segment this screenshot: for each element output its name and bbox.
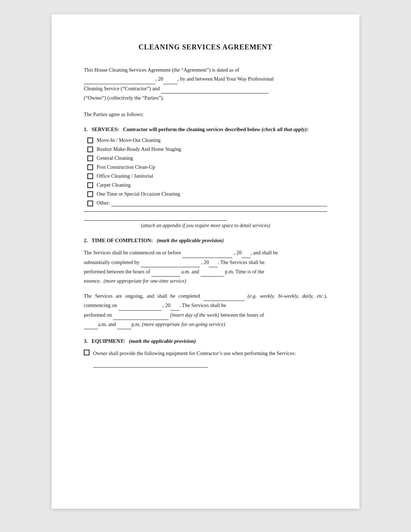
s2-p2h: p.m.: [131, 321, 141, 327]
s2-p1d: substantially completed by: [84, 259, 139, 265]
section-2-note: (mark the applicable provision): [157, 238, 224, 243]
checklist-label-1: Move-In / Move-Out Cleaning: [97, 137, 160, 143]
s2-p1g: performed between the hours of: [84, 269, 150, 274]
checklist-label-6: Carpet Cleaning: [97, 182, 131, 188]
intro-text-1: This House Cleaning Services Agreement (…: [84, 67, 239, 73]
intro-text-5: (“Owner”) (collectively the “Parties”).: [84, 95, 164, 101]
checklist-item-3: General Cleaning: [87, 155, 327, 161]
agree-text: The Parties agree as follows:: [84, 110, 327, 119]
intro-paragraph: This House Cleaning Services Agreement (…: [84, 66, 327, 103]
services-checklist: Move-In / Move-Out Cleaning Realtor Make…: [87, 137, 327, 206]
section-2-para2: The Services are ongoing, and shall be c…: [84, 292, 327, 330]
checkbox-5[interactable]: [87, 173, 93, 179]
checkbox-3[interactable]: [87, 155, 93, 161]
section-2-num: 2.: [84, 238, 88, 243]
s2-p1c: , and shall be: [251, 250, 278, 255]
document-title: Cleaning Services Agreement: [84, 43, 327, 51]
s2-p2e: performed on: [84, 312, 112, 318]
checkbox-other[interactable]: [87, 201, 93, 206]
section-2-heading: 2. TIME OF COMPLETION: (mark the applica…: [84, 236, 327, 245]
checklist-label-3: General Cleaning: [97, 155, 133, 161]
section-3-num: 3.: [84, 338, 88, 344]
section-1-note: (check all that apply):: [262, 126, 309, 132]
s2-p1a: The Services shall be commenced on or be…: [84, 250, 181, 255]
s2-p2c: , 20: [163, 302, 170, 308]
section-2: 2. TIME OF COMPLETION: (mark the applica…: [84, 236, 327, 329]
s2-p2-italic2: [insert day of the week]: [170, 312, 219, 318]
checkbox-equipment-1[interactable]: [84, 350, 90, 355]
section-1-body: Contractor will perform the cleaning ser…: [123, 126, 260, 132]
s2-p1e: , 20: [201, 259, 209, 265]
checklist-item-2: Realtor Make-Ready And Home Staging: [87, 146, 327, 152]
intro-text-4: Cleaning Service (“Contractor”) and: [84, 86, 160, 91]
checklist-item-7: One Time or Special Occasion Cleaning: [87, 191, 327, 197]
s2-p2f: between the hours of: [221, 312, 264, 318]
s2-p1i: p.m. Time is of the: [225, 269, 264, 274]
checklist-item-1: Move-In / Move-Out Cleaning: [87, 137, 327, 143]
intro-text-2: , 20: [155, 76, 163, 82]
checklist-label-5: Office Cleaning / Janitorial: [97, 173, 153, 179]
checkbox-2[interactable]: [87, 147, 93, 152]
section-3-note: (mark the applicable provision): [129, 338, 196, 344]
s2-p2d: . The Services shall be: [179, 302, 226, 308]
checklist-label-7: One Time or Special Occasion Cleaning: [97, 191, 180, 197]
s2-p2-italic3: (more appropriate for on-going service): [142, 321, 226, 327]
checklist-item-4: Post Construction Clean-Up: [87, 164, 327, 170]
checklist-item-other: Other:: [87, 200, 327, 206]
extra-lines-block: [84, 211, 327, 221]
equipment-label-1: Owner shall provide the following equipm…: [93, 350, 296, 356]
s2-p1f: . The Services shall be: [218, 259, 265, 265]
s2-p1h: a.m. and: [181, 269, 199, 274]
section-1: 1. SERVICES: Contractor will perform the…: [84, 125, 327, 229]
document-page: Cleaning Services Agreement This House C…: [52, 14, 359, 509]
section-1-title: SERVICES:: [92, 126, 119, 132]
attach-note: (attach an appendix if you require more …: [84, 223, 327, 229]
checklist-item-5: Office Cleaning / Janitorial: [87, 173, 327, 179]
checkbox-1[interactable]: [87, 138, 93, 143]
section-3: 3. EQUIPMENT: (mark the applicable provi…: [84, 337, 327, 368]
other-underline: [111, 200, 327, 206]
checklist-label-2: Realtor Make-Ready And Home Staging: [97, 146, 181, 152]
checkbox-6[interactable]: [87, 182, 93, 188]
section-3-title: EQUIPMENT:: [92, 338, 125, 344]
section-3-heading: 3. EQUIPMENT: (mark the applicable provi…: [84, 337, 327, 345]
checklist-label-other: Other:: [97, 200, 327, 206]
s2-p1j: essence.: [84, 278, 101, 284]
checkbox-7[interactable]: [87, 191, 93, 197]
s2-p2-italic1: (e.g. weekly, bi-weekly, daily, etc.: [247, 293, 324, 299]
intro-text-3: , by and between Maid Your Way Professio…: [178, 76, 274, 82]
section-2-para1: The Services shall be commenced on or be…: [84, 248, 327, 286]
s2-p1b: , 20: [234, 250, 242, 255]
equipment-item-1-text: Owner shall provide the following equipm…: [93, 349, 327, 368]
checklist-item-6: Carpet Cleaning: [87, 182, 327, 188]
section-2-title: TIME OF COMPLETION:: [92, 238, 153, 243]
s2-p2a: The Services are ongoing, and shall be c…: [84, 293, 200, 299]
s2-p1-italic: (more appropriate for one-time service): [103, 278, 186, 284]
s2-p2g: a.m. and: [98, 321, 116, 327]
checklist-label-4: Post Construction Clean-Up: [97, 164, 155, 170]
equipment-item-1: Owner shall provide the following equipm…: [84, 349, 327, 368]
extra-line-1: [84, 211, 327, 212]
section-1-num: 1.: [84, 126, 88, 132]
checkbox-4[interactable]: [87, 164, 93, 170]
section-1-heading: 1. SERVICES: Contractor will perform the…: [84, 125, 327, 134]
